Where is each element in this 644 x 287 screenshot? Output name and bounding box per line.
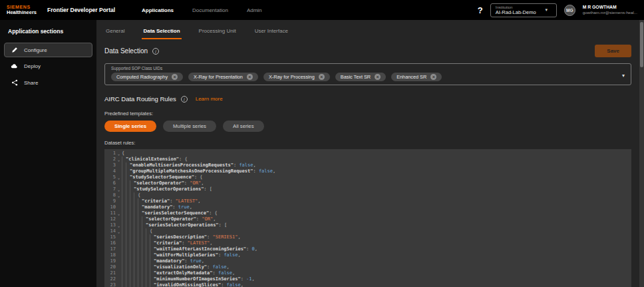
- pencil-icon: [11, 47, 18, 53]
- editor-line: 10"mandatory": true,: [104, 204, 631, 210]
- user-email: gowtham.mr@siemens-heal...: [583, 10, 637, 15]
- predefined-templates-label: Predefined templates:: [104, 111, 631, 117]
- tab-bar: General Data Selection Processing Unit U…: [104, 20, 631, 39]
- sop-chip: Computed Radiography×: [111, 73, 183, 81]
- avatar[interactable]: MG: [564, 5, 575, 16]
- fold-icon[interactable]: ⌄: [116, 210, 122, 216]
- page-title: Data Selection: [104, 47, 148, 55]
- save-button[interactable]: Save: [595, 45, 631, 57]
- editor-line: 6"selectorOperator": "OR",: [104, 180, 631, 186]
- fold-icon[interactable]: ⌄: [116, 150, 122, 156]
- sidebar-item-label: Share: [24, 80, 38, 86]
- tab-processing-unit[interactable]: Processing Unit: [198, 23, 238, 39]
- editor-line: 7⌄"studySelectorOperations": [: [104, 186, 631, 192]
- editor-line: 11⌄"seriesSelectorSequence": {: [104, 210, 631, 216]
- template-all-series[interactable]: All series: [223, 121, 264, 132]
- line-number: 19: [104, 258, 116, 264]
- sidebar: Application sections Configure Deploy Sh…: [0, 20, 96, 287]
- editor-line: 16"criteria": "LATEST",: [104, 240, 631, 246]
- sop-class-uids-field[interactable]: Supported SOP Class UIDs Computed Radiog…: [104, 63, 631, 85]
- editor-line: 4"groupMultipleMatchesAsOneProcessingReq…: [104, 168, 631, 174]
- tab-general[interactable]: General: [104, 23, 126, 39]
- sop-chip: X-Ray for Processing×: [263, 73, 330, 81]
- learn-more-link[interactable]: Learn more: [196, 96, 223, 102]
- line-number: 1: [104, 150, 116, 156]
- fold-icon[interactable]: ⌄: [116, 222, 122, 228]
- template-multiple-series[interactable]: Multiple series: [163, 121, 216, 132]
- chip-label: X-Ray for Processing: [269, 74, 315, 80]
- sop-chip-list: Computed Radiography× X-Ray for Presenta…: [111, 73, 625, 81]
- help-icon[interactable]: ?: [478, 5, 483, 15]
- line-number: 20: [104, 264, 116, 270]
- line-number: 16: [104, 240, 116, 246]
- sop-chip: Basic Text SR×: [335, 73, 386, 81]
- line-number: 8: [104, 192, 116, 198]
- line-number: 6: [104, 180, 116, 186]
- nav-applications[interactable]: Applications: [142, 7, 174, 13]
- editor-line: 2⌄"clinicalExtension": {: [104, 156, 631, 162]
- section-header-row: Data Selection i Save: [104, 45, 631, 57]
- line-number: 21: [104, 270, 116, 276]
- editor-line: 15"seriesDescription": "SERIES1",: [104, 234, 631, 240]
- chip-remove-icon[interactable]: ×: [430, 74, 436, 80]
- line-number: 15: [104, 234, 116, 240]
- line-number: 22: [104, 276, 116, 282]
- editor-line: 1⌄{: [104, 150, 631, 156]
- line-number: 3: [104, 162, 116, 168]
- line-number: 13: [104, 222, 116, 228]
- line-number: 14: [104, 228, 116, 234]
- chevron-down-icon[interactable]: ▾: [622, 73, 625, 79]
- line-number: 10: [104, 204, 116, 210]
- chip-remove-icon[interactable]: ×: [172, 74, 178, 80]
- brand-healthineers: Healthineers: [7, 10, 37, 15]
- sop-field-label: Supported SOP Class UIDs: [111, 66, 625, 71]
- line-number: 7: [104, 186, 116, 192]
- nav-documentation[interactable]: Documentation: [192, 7, 228, 13]
- window-scrollbar[interactable]: [639, 20, 644, 287]
- info-icon[interactable]: i: [181, 96, 188, 103]
- chip-remove-icon[interactable]: ×: [375, 74, 381, 80]
- fold-icon[interactable]: ⌄: [116, 186, 122, 192]
- institution-value: AI-Rad-Lab-Demo: [496, 9, 536, 15]
- top-nav: Applications Documentation Admin: [142, 7, 262, 13]
- sop-chip: Enhanced SR×: [391, 73, 442, 81]
- tab-data-selection[interactable]: Data Selection: [142, 23, 181, 39]
- dataset-rules-label: Dataset rules:: [104, 140, 631, 146]
- line-number: 17: [104, 246, 116, 252]
- fold-icon[interactable]: ⌄: [116, 228, 122, 234]
- line-number: 11: [104, 210, 116, 216]
- portal-title: Frontier Developer Portal: [47, 7, 115, 13]
- top-bar: SIEMENS Healthineers Frontier Developer …: [0, 0, 644, 20]
- user-name: M R GOWTHAM: [583, 5, 637, 10]
- line-number: 23: [104, 282, 116, 287]
- chip-remove-icon[interactable]: ×: [319, 74, 325, 80]
- template-single-series[interactable]: Single series: [104, 121, 156, 132]
- chip-remove-icon[interactable]: ×: [247, 74, 253, 80]
- scrollbar-thumb[interactable]: [640, 22, 643, 67]
- institution-text: Institution AI-Rad-Lab-Demo: [496, 5, 536, 15]
- editor-line: 12"selectorOperator": "OR",: [104, 216, 631, 222]
- editor-line: 14⌄{: [104, 228, 631, 234]
- sidebar-item-label: Deploy: [24, 63, 41, 69]
- chevron-down-icon: ▾: [546, 7, 548, 13]
- institution-select[interactable]: Institution AI-Rad-Lab-Demo ▾: [490, 3, 557, 17]
- editor-line: 23"invalidOnMissingSlices": false,: [104, 282, 631, 287]
- share-icon: [11, 79, 18, 86]
- editor-line: 13⌄"seriesSelectorOperations": [: [104, 222, 631, 228]
- airc-header-row: AIRC Data Routing Rules i Learn more: [104, 95, 631, 103]
- sidebar-item-share[interactable]: Share: [4, 75, 92, 90]
- info-icon[interactable]: i: [152, 48, 159, 55]
- fold-icon[interactable]: ⌄: [116, 192, 122, 198]
- dataset-rules-code-editor[interactable]: 1⌄{2⌄"clinicalExtension": {3"enableMulti…: [104, 149, 631, 287]
- tab-user-interface[interactable]: User Interface: [253, 23, 289, 39]
- fold-icon[interactable]: ⌄: [116, 174, 122, 180]
- top-right-group: ? Institution AI-Rad-Lab-Demo ▾ MG M R G…: [478, 3, 637, 17]
- sidebar-item-configure[interactable]: Configure: [4, 43, 92, 57]
- template-button-group: Single series Multiple series All series: [104, 121, 631, 132]
- nav-admin[interactable]: Admin: [247, 7, 262, 13]
- editor-line: 22"minimumNumberOfImagesInSeries": -1,: [104, 276, 631, 282]
- sidebar-item-deploy[interactable]: Deploy: [4, 59, 92, 74]
- siemens-healthineers-logo[interactable]: SIEMENS Healthineers: [7, 5, 37, 15]
- fold-icon[interactable]: ⌄: [116, 156, 122, 162]
- line-number: 5: [104, 174, 116, 180]
